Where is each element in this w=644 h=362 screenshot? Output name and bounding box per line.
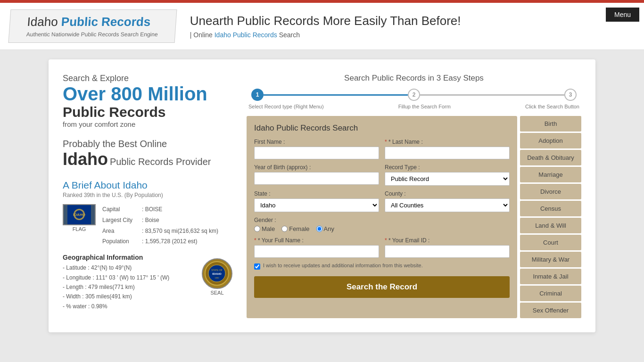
largest-val: : Boise (142, 217, 159, 223)
steps-labels: Select Record type (Right Menu) Fillup t… (247, 104, 581, 109)
area-key: Area (102, 226, 142, 237)
gender-label: Gender : (254, 217, 510, 223)
state-county-row: State : Idaho County : All Counties (254, 190, 510, 212)
state-select[interactable]: Idaho (254, 198, 379, 212)
year-of-birth-group: Year of Birth (approx) : (254, 164, 379, 186)
gender-female-radio[interactable] (281, 226, 288, 232)
email-input[interactable] (385, 245, 510, 258)
gender-male-label[interactable]: Male (254, 225, 275, 232)
county-select[interactable]: All Counties (385, 198, 510, 212)
probably-text: Probably the Best Online (63, 139, 232, 149)
over-million-text: Over 800 Million (63, 83, 232, 104)
record-type-button[interactable]: Criminal (520, 286, 581, 301)
population-val: : 1,595,728 (2012 est) (142, 238, 197, 245)
hero: Unearth Public Records More Easily Than … (190, 14, 635, 39)
seal-image: STATE OF IDAHO 1890 (202, 258, 232, 289)
largest-key: Largest City (102, 215, 142, 226)
email-label: * * Your Email ID : (385, 237, 510, 244)
fullname-label: * * Your Full Name : (254, 237, 379, 244)
brief-title: A Brief About Idaho (63, 180, 232, 191)
record-type-button[interactable]: Land & Will (520, 218, 581, 233)
year-input[interactable] (254, 172, 379, 185)
first-name-input[interactable] (254, 147, 379, 159)
state-label: State : (254, 190, 379, 197)
search-form-container: Idaho Public Records Search First Name :… (247, 116, 517, 318)
fullname-email-row: * * Your Full Name : * * Your Email ID : (254, 237, 510, 258)
step-1-circle: 1 (251, 89, 264, 101)
state-info: Capital: BOISE Largest City: Boise Area:… (102, 204, 218, 247)
geo-line: - Latitude : 42°(N) to 49°(N) (63, 263, 192, 272)
county-label: County : (385, 190, 510, 197)
record-type-button[interactable]: Sex Offender (520, 303, 581, 318)
name-row: First Name : * * Last Name : (254, 139, 510, 159)
gender-female-label[interactable]: Female (281, 225, 309, 232)
email-group: * * Your Email ID : (385, 237, 510, 258)
search-explore-label: Search & Explore (63, 74, 232, 83)
step-line-1 (264, 94, 408, 96)
geo-lines: - Latitude : 42°(N) to 49°(N)- Longitude… (63, 263, 192, 311)
gender-any-label[interactable]: Any (316, 225, 334, 232)
geo-line: - Length : 479 miles(771 km) (63, 282, 192, 292)
svg-text:STATE OF: STATE OF (211, 269, 223, 272)
gender-male-radio[interactable] (254, 226, 260, 232)
record-type-button[interactable]: Birth (520, 116, 581, 132)
tagline: Authentic Nationwide Public Records Sear… (26, 31, 158, 38)
hero-title: Unearth Public Records More Easily Than … (190, 14, 635, 28)
year-label: Year of Birth (approx) : (254, 164, 379, 171)
hero-sub-blue: Idaho Public Records (215, 31, 277, 39)
birth-record-row: Year of Birth (approx) : Record Type : P… (254, 164, 510, 186)
checkbox-text: I wish to receive updates and additional… (263, 263, 423, 268)
area-val: : 83,570 sq mi(216,632 sq km) (142, 228, 218, 234)
record-type-button[interactable]: Census (520, 201, 581, 216)
flag-label: FLAG (63, 226, 96, 232)
flag-image: IDAHO (63, 204, 96, 225)
capital-key: Capital (102, 204, 142, 215)
hero-sub-suffix: Search (277, 31, 300, 39)
last-name-group: * * Last Name : (385, 139, 510, 159)
svg-rect-5 (91, 205, 95, 224)
record-type-button[interactable]: Divorce (520, 184, 581, 199)
step-line-2 (420, 94, 564, 96)
records-provider: Public Records Provider (110, 156, 211, 167)
logo-blue: Public Records (61, 15, 151, 29)
seal-label: SEAL (202, 290, 232, 296)
county-group: County : All Counties (385, 190, 510, 212)
capital-val: : BOISE (142, 206, 162, 213)
steps-bar: 1 2 3 (247, 89, 581, 101)
step-label-2: Fillup the Search Form (398, 104, 451, 109)
record-type-button[interactable]: Death & Obituary (520, 150, 581, 165)
step-3-circle: 3 (564, 89, 577, 101)
idaho-big: Idaho (63, 149, 108, 169)
record-type-select[interactable]: Public Record (385, 172, 510, 186)
search-button[interactable]: Search the Record (254, 276, 510, 298)
svg-text:IDAHO: IDAHO (212, 272, 222, 275)
form-title: Idaho Public Records Search (254, 123, 510, 133)
right-column: Search Public Records in 3 Easy Steps 1 … (247, 74, 581, 318)
logo: Idaho Public Records (27, 15, 159, 29)
fullname-group: * * Your Full Name : (254, 237, 379, 258)
population-key: Population (102, 236, 142, 247)
comfort-text: from your comfort zone (63, 120, 232, 128)
record-type-button[interactable]: Inmate & Jail (520, 269, 581, 284)
hero-subtitle: | Online Idaho Public Records Search (190, 31, 635, 39)
public-records-text: Public Records (63, 104, 232, 120)
menu-button[interactable]: Menu (606, 8, 639, 22)
geo-line: - Width : 305 miles(491 km) (63, 292, 192, 301)
logo-plain: Idaho (27, 15, 62, 29)
form-and-sidebar: Idaho Public Records Search First Name :… (247, 116, 581, 318)
svg-rect-4 (64, 205, 67, 224)
last-name-input[interactable] (385, 147, 510, 159)
fullname-input[interactable] (254, 245, 379, 258)
svg-text:IDAHO: IDAHO (73, 213, 85, 217)
first-name-label: First Name : (254, 139, 379, 145)
record-type-button[interactable]: Military & War (520, 252, 581, 267)
geo-title: Geographical Information (63, 254, 192, 261)
record-type-button[interactable]: Court (520, 235, 581, 250)
first-name-group: First Name : (254, 139, 379, 159)
step-2-circle: 2 (408, 89, 420, 101)
geo-line: - Longitude : 111° 03 ' (W) to 117° 15 '… (63, 273, 192, 282)
updates-checkbox[interactable] (254, 263, 260, 270)
record-type-button[interactable]: Adoption (520, 133, 581, 148)
record-type-button[interactable]: Marriage (520, 167, 581, 182)
gender-any-radio[interactable] (316, 226, 322, 232)
